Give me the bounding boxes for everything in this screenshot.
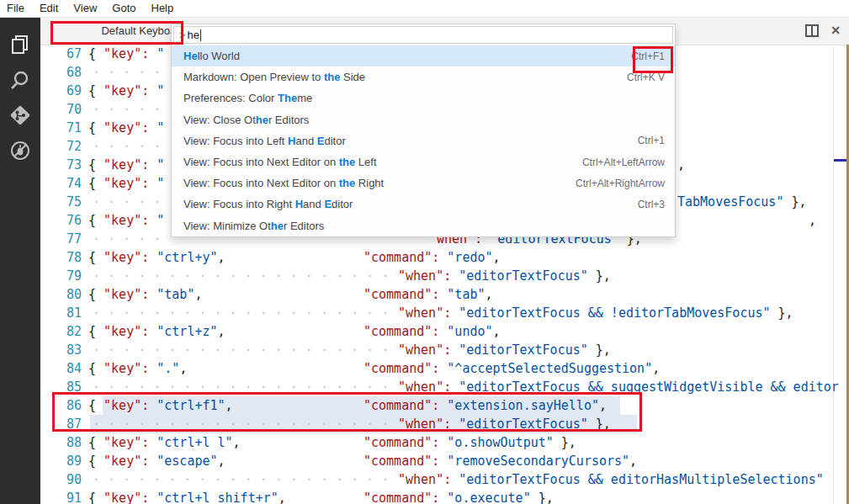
quick-open-item-8[interactable]: View: Minimize Other Editors — [172, 215, 675, 236]
quick-open-item-4[interactable]: View: Focus into Left Hand EditorCtrl+1 — [172, 130, 675, 151]
quick-open-item-label: Markdown: Open Preview to the Side — [183, 71, 627, 83]
close-editor-icon[interactable]: ✕ — [830, 23, 841, 38]
line-number-81: 81 — [40, 304, 82, 322]
annotation-tab — [50, 21, 183, 45]
code-line-89: "command": "removeSecondaryCursors", — [363, 452, 637, 470]
quick-open-item-3[interactable]: View: Close Other Editors — [172, 109, 675, 130]
menu-file[interactable]: File — [0, 0, 32, 17]
line-number-90: 90 — [40, 470, 82, 489]
quick-open-query: he — [188, 29, 199, 41]
code-line-81: · · · · · · · · · · · · · · · · · · · · — [93, 304, 396, 322]
code-line-74: { "key": " — [88, 174, 164, 193]
quick-open-item-6[interactable]: View: Focus into Next Editor on the Righ… — [172, 172, 675, 194]
code-line-75: TabMovesFocus" }, — [677, 193, 807, 211]
overview-ruler-marker — [834, 159, 846, 162]
debug-icon[interactable] — [0, 133, 40, 168]
menu-bar: FileEditViewGotoHelp — [0, 0, 849, 18]
quick-open-widget: > he Hello WorldCtrl+F1Markdown: Open Pr… — [171, 24, 676, 237]
code-line-82: { "key": "ctrl+z", — [88, 322, 226, 341]
code-line-75: · · · · · — [93, 193, 168, 211]
line-number-72: 72 — [40, 137, 82, 156]
line-number-67: 67 — [40, 45, 82, 63]
files-explorer-icon[interactable] — [0, 27, 40, 62]
source-control-icon[interactable] — [0, 98, 40, 133]
line-number-82: 82 — [40, 322, 82, 341]
scrollbar-border — [833, 45, 834, 504]
quick-open-item-label: View: Focus into Next Editor on the Left — [183, 156, 582, 168]
code-line-73: { "key": " — [88, 156, 164, 174]
quick-open-item-2[interactable]: Preferences: Color Theme — [172, 88, 675, 109]
code-line-79: "when": "editorTextFocus" }, — [398, 267, 611, 285]
code-line-76: { "key": " — [88, 211, 164, 230]
activity-bar — [0, 17, 40, 504]
quick-open-item-shortcut: Ctrl+Alt+RightArrow — [576, 178, 665, 189]
line-number-79: 79 — [40, 267, 82, 285]
code-line-78: "command": "redo", — [363, 248, 501, 267]
code-line-78: { "key": "ctrl+y", — [88, 248, 226, 267]
code-line-90: · · · · · · · · · · · · · · · · · · · · — [93, 470, 396, 489]
line-number-91: 91 — [40, 489, 82, 504]
code-line-88: "command": "o.showOutput" }, — [363, 433, 576, 452]
code-line-71: { "key": " — [88, 119, 164, 137]
line-number-80: 80 — [40, 285, 82, 304]
line-number-74: 74 — [40, 174, 82, 193]
code-line-68: · · · · · — [93, 63, 168, 82]
line-number-70: 70 — [40, 100, 82, 119]
code-line-90: "when": "editorTextFocus && editorHasMul… — [398, 470, 824, 489]
quick-open-item-label: View: Close Other Editors — [183, 114, 665, 126]
line-number-76: 76 — [40, 211, 82, 230]
quick-open-item-1[interactable]: Markdown: Open Preview to the SideCtrl+K… — [172, 66, 675, 88]
line-number-69: 69 — [40, 82, 82, 100]
search-icon[interactable] — [0, 62, 40, 98]
text-cursor — [200, 29, 201, 41]
annotation-shortcut — [633, 46, 673, 73]
code-line-91: "command": "o.execute" }, — [363, 489, 554, 504]
line-number-71: 71 — [40, 119, 82, 137]
quick-open-item-shortcut: Ctrl+1 — [638, 135, 665, 146]
code-line-82: "command": "undo", — [363, 322, 501, 341]
line-number-73: 73 — [40, 156, 82, 174]
quick-open-list: Hello WorldCtrl+F1Markdown: Open Preview… — [172, 45, 675, 236]
line-number-78: 78 — [40, 248, 82, 267]
menu-edit[interactable]: Edit — [32, 0, 66, 17]
line-number-77: 77 — [40, 230, 82, 248]
code-line-76: , — [809, 211, 816, 230]
code-line-80: "command": "tab", — [363, 285, 493, 304]
quick-open-item-label: View: Focus into Next Editor on the Righ… — [183, 177, 576, 189]
code-line-67: { "key": " — [88, 45, 164, 63]
code-line-84: { "key": ".", — [88, 359, 187, 378]
line-number-84: 84 — [40, 359, 82, 378]
split-editor-icon[interactable] — [805, 24, 819, 37]
code-line-80: { "key": "tab", — [88, 285, 202, 304]
menu-help[interactable]: Help — [144, 0, 182, 17]
quick-open-item-shortcut: Ctrl+3 — [638, 199, 665, 210]
menu-view[interactable]: View — [66, 0, 104, 17]
quick-open-item-label: View: Minimize Other Editors — [183, 220, 665, 232]
code-line-69: { "key": " — [88, 82, 164, 100]
line-number-75: 75 — [40, 193, 82, 211]
line-number-89: 89 — [40, 452, 82, 470]
code-line-73: , — [677, 156, 685, 174]
quick-open-item-0[interactable]: Hello WorldCtrl+F1 — [172, 45, 675, 66]
code-line-70: · · · · · — [93, 100, 168, 119]
quick-open-item-7[interactable]: View: Focus into Right Hand EditorCtrl+3 — [172, 194, 675, 215]
code-line-89: { "key": "escape", — [88, 452, 226, 470]
code-line-72: · · · · · — [93, 137, 168, 156]
vscode-window: FileEditViewGotoHelp Default Keyboard Sh… — [0, 0, 849, 504]
code-line-84: "command": "^acceptSelectedSuggestion", — [363, 359, 660, 378]
code-line-91: { "key": "ctrl+l shift+r", — [88, 489, 286, 504]
menu-goto[interactable]: Goto — [104, 0, 143, 17]
quick-open-item-label: Preferences: Color Theme — [183, 92, 665, 104]
quick-open-item-label: View: Focus into Right Hand Editor — [183, 198, 638, 210]
code-line-81: "when": "editorTextFocus && !editorTabMo… — [398, 304, 793, 322]
line-number-83: 83 — [40, 341, 82, 359]
line-number-68: 68 — [40, 63, 82, 82]
code-line-79: · · · · · · · · · · · · · · · · · · · · — [93, 267, 396, 285]
code-line-88: { "key": "ctrl+l l", — [88, 433, 241, 452]
code-line-77: · · · · · — [93, 230, 168, 248]
quick-open-item-5[interactable]: View: Focus into Next Editor on the Left… — [172, 151, 675, 172]
quick-open-input[interactable]: > he — [173, 26, 673, 44]
quick-open-item-shortcut: Ctrl+Alt+LeftArrow — [582, 157, 665, 168]
code-line-83: · · · · · · · · · · · · · · · · · · · · — [93, 341, 396, 359]
quick-open-item-label: Hello World — [183, 50, 631, 62]
